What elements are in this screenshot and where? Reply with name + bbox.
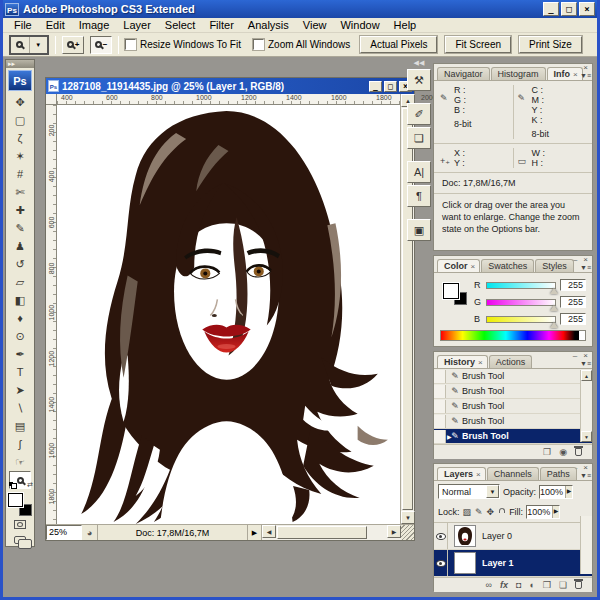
close-button[interactable]: × (579, 2, 595, 16)
menu-image[interactable]: Image (72, 19, 117, 31)
visibility-well[interactable] (434, 523, 448, 549)
tab-info[interactable]: Info× (547, 67, 583, 80)
hand-tool[interactable]: ☞ (9, 453, 31, 471)
panel-menu-icon[interactable]: ▼≡ (580, 72, 591, 79)
slider-track-g[interactable] (486, 299, 556, 306)
tab-paths[interactable]: Paths (540, 467, 577, 480)
clone-stamp-tool[interactable]: ♟ (9, 237, 31, 255)
tab-styles[interactable]: Styles (535, 259, 574, 272)
new-layer-icon[interactable]: ❏ (559, 580, 567, 590)
new-snapshot-icon[interactable]: ◉ (559, 447, 567, 457)
delete-layer-icon[interactable] (575, 581, 582, 589)
add-layer-mask-icon[interactable]: ◘ (516, 580, 521, 590)
panel-menu-icon[interactable]: ▼≡ (580, 472, 591, 479)
canvas[interactable] (57, 105, 400, 526)
zoom-out-button[interactable]: − (90, 36, 112, 54)
tab-actions[interactable]: Actions (489, 355, 533, 368)
notes-tool[interactable]: ▤ (9, 417, 31, 435)
lock-paint-icon[interactable]: ✎ (475, 507, 483, 517)
title-bar[interactable]: Ps Adobe Photoshop CS3 Extended _ □ × (3, 0, 597, 18)
delete-state-icon[interactable] (575, 448, 582, 456)
history-source-well[interactable] (434, 430, 446, 443)
blend-mode-dropdown[interactable]: Normal ▼ (438, 484, 500, 499)
fill-field[interactable]: 100% ▶ (526, 505, 560, 519)
history-source-well[interactable] (434, 400, 446, 413)
panel-menu-icon[interactable]: ▼≡ (580, 360, 591, 367)
history-state[interactable]: ▶✎Brush Tool (434, 429, 592, 444)
spinner-arrow-icon[interactable]: ▶ (565, 486, 572, 498)
blur-tool[interactable]: ♦ (9, 309, 31, 327)
shape-tool[interactable]: ∖ (9, 399, 31, 417)
slider-thumb[interactable] (550, 288, 558, 294)
menu-filter[interactable]: Filter (202, 19, 240, 31)
eyedropper-tool[interactable]: ʃ (9, 435, 31, 453)
tool-presets-panel-button[interactable]: ⚒ (407, 69, 431, 91)
layer-thumbnail[interactable] (454, 525, 476, 547)
scroll-right-icon[interactable]: ▶ (387, 525, 401, 538)
history-state[interactable]: ✎Brush Tool (434, 414, 592, 429)
crop-tool[interactable]: # (9, 165, 31, 183)
menu-view[interactable]: View (296, 19, 334, 31)
history-state[interactable]: ✎Brush Tool (434, 369, 592, 384)
menu-layer[interactable]: Layer (116, 19, 158, 31)
layer-comps-panel-button[interactable]: ▣ (407, 219, 431, 241)
menu-help[interactable]: Help (387, 19, 424, 31)
doc-maximize-button[interactable]: □ (384, 81, 397, 92)
eye-icon[interactable] (436, 560, 446, 567)
zoom-percent-field[interactable]: 25% (46, 525, 82, 540)
zoom-all-windows-checkbox[interactable] (253, 39, 264, 50)
brush-tool[interactable]: ✎ (9, 219, 31, 237)
move-tool[interactable]: ✥ (9, 93, 31, 111)
tab-close-icon[interactable]: × (478, 358, 483, 367)
history-source-well[interactable] (434, 415, 446, 428)
dodge-tool[interactable]: ⊙ (9, 327, 31, 345)
horizontal-scroll-track[interactable] (368, 525, 387, 540)
slider-track-b[interactable] (486, 316, 556, 323)
document-title-bar[interactable]: Ps 1287108_11914435.jpg @ 25% (Layer 1, … (46, 78, 414, 94)
minimize-button[interactable]: _ (543, 2, 559, 16)
layers-scrollbar[interactable] (580, 516, 592, 574)
status-menu-arrow[interactable]: ▶ (248, 525, 262, 540)
scroll-down-icon[interactable]: ▼ (581, 431, 592, 442)
layer-row-layer-1[interactable]: Layer 1 (434, 550, 592, 577)
magic-wand-tool[interactable]: ✶ (9, 147, 31, 165)
panel-menu-icon[interactable]: ▼≡ (580, 264, 591, 271)
slider-thumb[interactable] (550, 305, 558, 311)
menu-window[interactable]: Window (333, 19, 386, 31)
clone-source-panel-button[interactable]: ❏ (407, 127, 431, 149)
history-source-well[interactable] (434, 370, 446, 383)
history-state[interactable]: ✎Brush Tool (434, 384, 592, 399)
horizontal-scroll-thumb[interactable] (277, 526, 367, 539)
scroll-down-icon[interactable]: ▼ (401, 511, 415, 524)
tab-channels[interactable]: Channels (487, 467, 539, 480)
tab-history[interactable]: History× (437, 355, 488, 368)
dock-collapse-icon[interactable]: ◀◀ (405, 59, 433, 67)
link-layers-icon[interactable]: ∞ (486, 580, 492, 590)
b-value-field[interactable]: 255 (560, 313, 586, 325)
character-panel-button[interactable]: A| (407, 161, 431, 183)
foreground-color-swatch[interactable] (8, 493, 23, 507)
spot-healing-brush-tool[interactable]: ✚ (9, 201, 31, 219)
button-fit-screen[interactable]: Fit Screen (445, 36, 511, 53)
adjustment-layer-icon[interactable]: ◐ (529, 580, 534, 590)
color-spectrum-ramp[interactable] (440, 330, 586, 341)
resize-grip[interactable] (401, 525, 414, 540)
zoom-in-button[interactable]: + (62, 36, 84, 54)
menu-analysis[interactable]: Analysis (241, 19, 296, 31)
opacity-field[interactable]: 100% ▶ (539, 485, 573, 499)
lasso-tool[interactable]: ζ (9, 129, 31, 147)
tab-close-icon[interactable]: × (573, 70, 578, 79)
new-group-icon[interactable]: ❒ (543, 580, 551, 590)
color-panel-swatches[interactable] (442, 281, 468, 307)
resize-windows-to-fit-checkbox[interactable] (125, 39, 136, 50)
menu-file[interactable]: File (7, 19, 39, 31)
brushes-panel-button[interactable]: ✐ (407, 103, 431, 125)
slider-track-r[interactable] (486, 282, 556, 289)
tab-histogram[interactable]: Histogram (491, 67, 546, 80)
history-brush-tool[interactable]: ↺ (9, 255, 31, 273)
swap-colors-icon[interactable]: ⇄ (27, 481, 33, 489)
rectangular-marquee-tool[interactable]: ▢ (9, 111, 31, 129)
layer-thumbnail[interactable] (454, 552, 476, 574)
history-state[interactable]: ✎Brush Tool (434, 399, 592, 414)
horizontal-scrollbar[interactable]: ◀ ▶ (262, 525, 401, 540)
